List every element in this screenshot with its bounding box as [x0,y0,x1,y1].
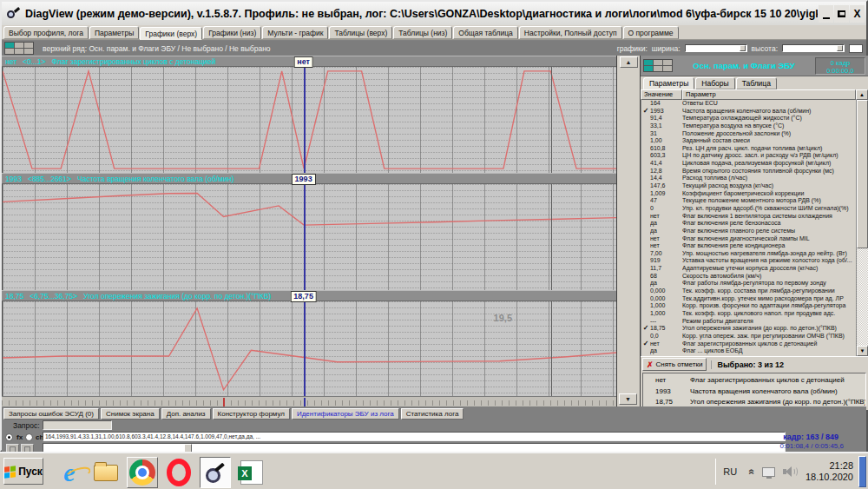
param-row[interactable]: 1,000Корр. произв. форсунки по адаптации… [641,302,868,310]
value-column-header[interactable]: Значение [641,89,682,100]
fx-radio-label[interactable]: fx [16,433,23,441]
param-row[interactable]: 147,6Текущий расход воздуха (кг/час) [641,182,868,190]
diagview-icon[interactable] [200,457,231,488]
btab-1[interactable]: Снимок экрана [101,408,160,420]
param-row[interactable]: 164Ответы ECU [641,100,868,108]
param-row[interactable]: 47Текущее положение моментного мотора РД… [641,197,868,205]
param-list-scrollbar[interactable]: ▼ [856,100,868,356]
param-row[interactable]: ✓нетФлаг зарегистрированных циклов с дет… [641,340,868,348]
mtab-4[interactable]: Мульти - график [262,26,328,39]
graph-height-slider[interactable] [782,44,845,52]
file-explorer-icon[interactable] [90,457,122,488]
chart-scrollbar[interactable]: ▲ ▼ [616,56,640,406]
param-row[interactable]: 0,000Тек. коэфф. корр. состава при лямбд… [641,287,868,295]
tab-parameters[interactable]: Параметры [643,77,694,89]
chart1-plot[interactable] [2,67,616,173]
chart3-name: Угол опережения зажигания (до корр. по д… [83,292,271,301]
excel-icon[interactable]: X [236,457,267,488]
list-scroll-down-icon[interactable]: ▼ [857,346,868,356]
parameter-column-header[interactable]: Параметр [682,89,856,100]
param-row[interactable]: 31Положение дроссельной заслонки (%) [641,130,868,138]
timeline-cursor-tick[interactable] [304,398,306,406]
mtab-0[interactable]: Выбор профиля, лога [3,26,89,39]
mtab-7[interactable]: Общая таблица [453,26,517,39]
chevron-up-icon[interactable]: « [746,469,759,475]
param-row[interactable]: 610,8Рез. ЦН для расч. цикл. подачи топл… [641,145,868,153]
param-row[interactable]: 1,009Коэффициент барометрической коррекц… [641,190,868,198]
param-row[interactable]: 0Упр. кл. продувки адсорб.(% скважности … [641,205,868,213]
close-button[interactable]: X [850,5,865,23]
mtab-5[interactable]: Таблицы (верх) [329,26,392,39]
mtab-9[interactable]: О программе [623,26,679,39]
param-row[interactable]: нетФлаг включения реле кондиционера [641,242,868,250]
param-row[interactable]: 68Скорость автомобиля (км/ч) [641,273,868,281]
restore-button[interactable] [834,5,849,23]
param-row[interactable]: нетФлаг включения 1 вентилятора системы … [641,213,868,221]
param-row[interactable]: даФлаг работы лямбда-регулятора по перво… [641,280,868,287]
tab-sets[interactable]: Наборы [695,77,734,89]
panel-layout-icon[interactable] [643,59,673,72]
chart-cursor-line[interactable] [304,67,306,173]
volume-icon[interactable] [783,466,799,478]
chart-cursor-line[interactable] [304,184,306,290]
mtab-3[interactable]: Графики (низ) [203,26,261,39]
graph-height-value-box[interactable] [849,44,863,53]
param-row[interactable]: 11,7Адаптируемые утечки корпуса дросселя… [641,265,868,273]
btab-5[interactable]: Статистика лога [401,408,464,420]
mtab-2[interactable]: Графики (верх) [140,27,202,40]
scroll-down-icon[interactable]: ▼ [619,393,637,405]
chart2-range: <885...2661> [28,175,71,183]
scrollbar-thumb[interactable] [857,100,868,248]
param-row[interactable]: 0,000Тек.аддитивн.корр. утечек мимо расх… [641,295,868,303]
graph-width-slider[interactable] [685,44,747,52]
fx-radio[interactable] [5,433,13,441]
clock[interactable]: 21:28 18.10.2020 [806,460,853,483]
frame-values-input[interactable] [43,432,786,441]
param-row[interactable]: даФлаг включения реле бензонасоса [641,220,868,228]
tab-table[interactable]: Таблица [736,77,777,89]
param-row[interactable]: даФлаг включения главного реле системы [641,228,868,235]
param-row[interactable]: 1,00Заданный состав смеси [641,137,868,145]
network-icon[interactable] [762,467,775,477]
chrome-icon[interactable] [127,457,158,488]
show-desktop-button[interactable] [858,456,866,487]
chart-cursor-line[interactable] [304,301,306,396]
btab-0[interactable]: Запросы ошибок ЭСУД (0) [3,408,99,420]
param-row[interactable]: 14,4Расход топлива (л/час) [641,175,868,182]
param-row[interactable]: 12,8Время открытого состояния топливной … [641,168,868,175]
param-row[interactable]: даФлаг ... циклов ЕОБД [641,347,868,355]
param-row[interactable]: ✓18,75Угол опережения зажигания (до корр… [641,325,868,333]
ch-radio[interactable] [25,433,33,441]
param-row[interactable]: 919Уставка частоты вращения на режиме хо… [641,257,868,265]
param-row[interactable]: 0,0Корр. угла опереж. заж. при регулиров… [641,333,868,340]
param-row[interactable]: 33,1Температура воздуха на впуске (°C) [641,122,868,130]
chart2-plot[interactable] [2,184,616,290]
graph-height-slider-thumb[interactable] [837,45,843,51]
param-row[interactable]: 91,4Температура охлаждающей жидкости (°C… [641,115,868,122]
row-layout-icon[interactable] [4,42,34,55]
graph-width-slider-thumb[interactable] [740,45,746,51]
param-row[interactable]: 603,3ЦН по датчику дросс. засл. и расход… [641,152,868,160]
mtab-6[interactable]: Таблицы (низ) [393,26,452,39]
param-row[interactable]: нетФлаг включения диагностической лампы … [641,235,868,243]
opera-icon[interactable] [163,457,194,488]
language-indicator[interactable]: RU [723,466,737,477]
param-row[interactable]: ✓1993Частота вращения коленчатого вала (… [641,108,868,116]
mtab-1[interactable]: Параметры [89,26,139,39]
scroll-up-icon[interactable]: ▲ [620,56,638,68]
clear-marks-button[interactable]: ✗ Снять отметки [642,358,707,371]
btab-2[interactable]: Доп. анализ [161,408,211,420]
list-scroll-up-icon[interactable]: ▲ [856,89,868,100]
param-row[interactable]: 41,4Цикловая подача, реализуемая форсунк… [641,160,868,168]
minimize-button[interactable] [819,5,833,23]
query-input[interactable] [43,420,112,430]
start-button[interactable]: Пуск [3,458,43,485]
chart3-plot[interactable]: 19,5 [2,301,616,396]
param-row[interactable]: ---Режим работы двигателя [641,318,868,326]
param-row[interactable]: 7,00Упр. мощностью нагревателя лямбда-зо… [641,250,868,258]
mtab-8[interactable]: Настройки, Полный доступ [519,26,622,39]
btab-4[interactable]: Идентификаторы ЭБУ из лога [292,408,399,420]
btab-3[interactable]: Конструктор формул [213,408,290,420]
param-row[interactable]: 1,000Тек. коэфф. корр. циклового напол. … [641,310,868,318]
internet-explorer-icon[interactable]: e [54,457,85,488]
